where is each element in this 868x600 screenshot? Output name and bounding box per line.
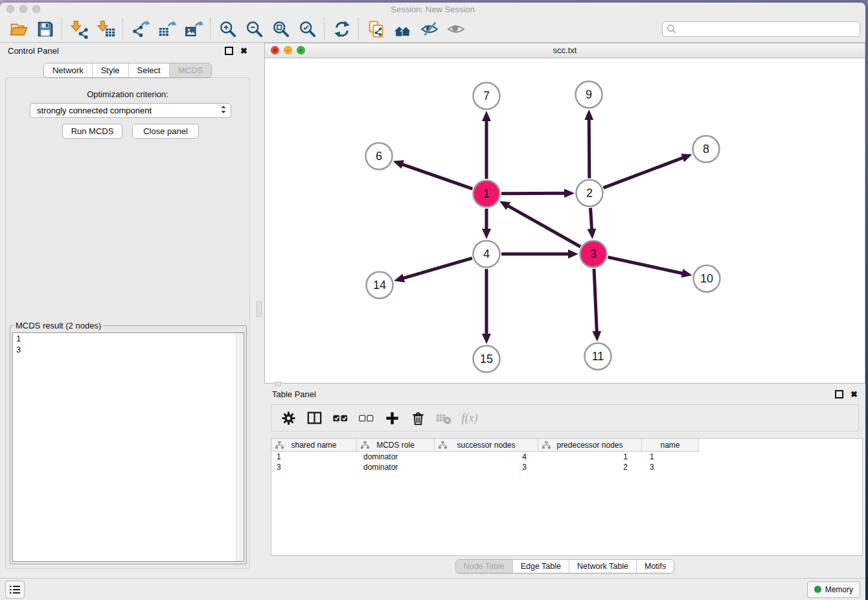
list-scrollbar[interactable] xyxy=(236,333,244,561)
network-close-button[interactable]: ✕ xyxy=(271,46,279,54)
export-image-button[interactable] xyxy=(180,17,207,41)
column-header-mcds-role[interactable]: MCDS role xyxy=(357,439,435,452)
graph-edge[interactable] xyxy=(403,258,472,278)
cell-mcds-role[interactable]: dominator xyxy=(357,463,435,472)
graph-edge[interactable] xyxy=(608,257,682,273)
graph-edge[interactable] xyxy=(590,208,591,229)
column-header-shared-name[interactable]: shared name xyxy=(271,439,357,452)
toolbar-separator xyxy=(210,18,211,40)
graph-edge[interactable] xyxy=(589,119,589,178)
search-box xyxy=(662,21,860,37)
column-hierarchy-icon xyxy=(542,441,551,449)
column-header-predecessor-nodes[interactable]: predecessor nodes xyxy=(538,439,642,452)
refresh-button[interactable] xyxy=(328,17,355,41)
graph-edge[interactable] xyxy=(594,269,597,332)
criterion-dropdown[interactable]: strongly connected component xyxy=(30,103,231,118)
cell-successor-nodes[interactable]: 4 xyxy=(435,452,538,461)
unchecked-boxes-icon xyxy=(358,410,375,427)
cell-name[interactable]: 1 xyxy=(642,452,699,461)
cell-successor-nodes[interactable]: 3 xyxy=(435,463,538,472)
tab-edge-table[interactable]: Edge Table xyxy=(512,560,569,573)
float-panel-button[interactable] xyxy=(225,47,233,55)
memory-button[interactable]: Memory xyxy=(807,581,860,598)
tab-select[interactable]: Select xyxy=(128,63,169,77)
network-minimize-button[interactable]: − xyxy=(284,46,292,54)
control-panel-header: Control Panel ✖ xyxy=(0,42,255,59)
column-header-name[interactable]: name xyxy=(642,439,699,452)
refresh-icon xyxy=(332,19,352,39)
create-column-button[interactable] xyxy=(383,409,401,427)
memory-label: Memory xyxy=(825,585,853,594)
network-canvas-svg[interactable]: 7968124314101511 xyxy=(265,58,865,384)
tab-network[interactable]: Network xyxy=(44,63,92,77)
graph-edge[interactable] xyxy=(501,193,565,194)
run-mcds-button[interactable]: Run MCDS xyxy=(62,124,122,139)
eye-icon xyxy=(446,19,466,39)
tab-style[interactable]: Style xyxy=(92,63,128,77)
plus-icon xyxy=(383,410,401,427)
column-header-successor-nodes[interactable]: successor nodes xyxy=(435,439,538,452)
float-table-panel-button[interactable] xyxy=(835,390,843,398)
zoom-fit-button[interactable] xyxy=(268,17,294,41)
table-tabs: Node Table Edge Table Network Table Moti… xyxy=(264,559,865,573)
cell-shared-name[interactable]: 3 xyxy=(271,463,357,472)
close-table-panel-button[interactable]: ✖ xyxy=(851,390,858,398)
import-network-button[interactable] xyxy=(66,17,93,41)
graph-node-label: 9 xyxy=(586,88,592,101)
node-table: shared name MCDS role xyxy=(271,438,863,556)
show-hide-panel-button[interactable] xyxy=(442,17,469,41)
graph-edge[interactable] xyxy=(508,206,580,247)
home-button[interactable] xyxy=(389,17,416,41)
zoom-in-button[interactable] xyxy=(214,17,241,41)
window-minimize-button[interactable] xyxy=(19,5,27,13)
split-table-view-button[interactable] xyxy=(305,409,323,427)
folder-open-icon xyxy=(9,19,29,39)
cell-mcds-role[interactable]: dominator xyxy=(357,452,435,461)
window-zoom-button[interactable] xyxy=(32,5,40,13)
search-input[interactable] xyxy=(679,23,856,34)
graph-edge[interactable] xyxy=(604,157,683,187)
zoom-out-button[interactable] xyxy=(241,17,268,41)
show-hide-graphics-details-button[interactable] xyxy=(416,17,442,41)
checked-boxes-icon xyxy=(332,410,349,427)
cell-predecessor-nodes[interactable]: 2 xyxy=(538,463,642,472)
delete-column-button[interactable] xyxy=(409,409,427,427)
tab-mcds[interactable]: MCDS xyxy=(169,63,211,77)
show-all-columns-button[interactable] xyxy=(331,409,349,427)
cell-predecessor-nodes[interactable]: 1 xyxy=(538,452,642,461)
hide-all-columns-button[interactable] xyxy=(357,409,375,427)
vertical-splitter-handle[interactable] xyxy=(257,301,262,317)
tab-node-table[interactable]: Node Table xyxy=(456,560,512,573)
criterion-value: strongly connected component xyxy=(37,106,152,115)
network-zoom-button[interactable]: + xyxy=(297,46,305,54)
clone-network-button[interactable] xyxy=(363,17,389,41)
export-network-button[interactable] xyxy=(127,17,154,41)
cell-name[interactable]: 3 xyxy=(642,463,699,472)
mcds-panel: Optimization criterion: strongly connect… xyxy=(5,77,250,569)
network-view-window: ✕ − + scc.txt 7968124314101511 xyxy=(264,43,865,384)
graph-node-label: 4 xyxy=(483,248,490,260)
save-session-button[interactable] xyxy=(32,17,58,41)
table-settings-button[interactable] xyxy=(279,409,297,427)
table-row[interactable]: 1 dominator 4 1 1 xyxy=(271,452,862,462)
list-item[interactable]: 1 xyxy=(13,333,244,344)
list-item[interactable]: 3 xyxy=(13,344,244,355)
table-panel-title: Table Panel xyxy=(272,389,316,399)
export-table-button[interactable] xyxy=(154,17,180,41)
close-panel-button-action[interactable]: Close panel xyxy=(132,124,199,139)
window-close-button[interactable] xyxy=(6,5,14,13)
column-hierarchy-icon xyxy=(361,441,369,449)
table-row[interactable]: 3 dominator 3 2 3 xyxy=(271,462,862,472)
close-panel-button[interactable]: ✖ xyxy=(240,47,247,55)
tab-motifs[interactable]: Motifs xyxy=(636,560,674,573)
mcds-result-box: MCDS result (2 nodes) 1 3 xyxy=(10,321,247,564)
control-panel-title: Control Panel xyxy=(8,46,59,56)
task-history-button[interactable] xyxy=(5,581,25,599)
open-session-button[interactable] xyxy=(5,17,32,41)
import-table-button[interactable] xyxy=(93,17,119,41)
cell-shared-name[interactable]: 1 xyxy=(271,452,357,461)
graph-edge[interactable] xyxy=(402,165,472,189)
tab-network-table[interactable]: Network Table xyxy=(569,560,636,573)
graph-node-label: 15 xyxy=(480,352,493,365)
zoom-selected-button[interactable] xyxy=(294,17,321,41)
